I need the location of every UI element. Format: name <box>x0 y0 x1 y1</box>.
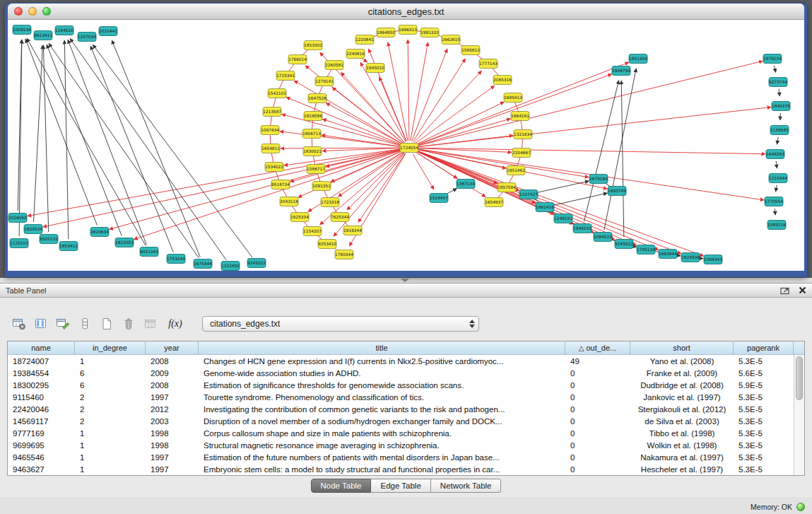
panel-collapse-handle[interactable] <box>401 279 409 282</box>
network-node[interactable]: 1625334 <box>290 213 309 222</box>
network-node[interactable]: 1723318 <box>321 198 339 207</box>
network-node[interactable]: 1534022 <box>265 163 283 172</box>
select-columns-button[interactable] <box>32 315 50 332</box>
network-edge[interactable] <box>604 69 636 230</box>
network-edge[interactable] <box>93 45 252 257</box>
network-node[interactable]: 1122450 <box>221 262 240 271</box>
network-node[interactable]: 1770554 <box>765 197 783 206</box>
column-header-short[interactable]: short <box>630 341 734 354</box>
network-edge[interactable] <box>775 209 775 215</box>
merge-tables-button[interactable] <box>141 315 160 332</box>
table-row[interactable]: 969969511998Structural magnetic resonanc… <box>8 439 804 451</box>
table-scrollbar[interactable] <box>794 355 804 475</box>
network-node[interactable]: 1097434 <box>261 126 279 135</box>
tab-network-table[interactable]: Network Table <box>431 479 502 493</box>
network-edge[interactable] <box>411 42 428 141</box>
network-node[interactable]: 1107427 <box>519 190 538 199</box>
network-view[interactable]: 1724054185330217660141725341154210112135… <box>8 20 804 271</box>
network-node[interactable]: 1220841 <box>355 35 374 45</box>
network-node[interactable]: 1648283 <box>766 150 784 159</box>
network-edge[interactable] <box>416 107 771 147</box>
network-node[interactable]: 9505132 <box>40 235 58 244</box>
network-edge[interactable] <box>416 61 763 146</box>
network-node[interactable]: 1920534 <box>24 225 42 234</box>
network-edge[interactable] <box>112 40 200 257</box>
network-node[interactable]: 2620634 <box>90 228 109 237</box>
network-node[interactable]: 1321634 <box>514 130 532 139</box>
network-node[interactable]: 1851304 <box>629 54 647 64</box>
network-edge[interactable] <box>282 115 403 146</box>
float-panel-button[interactable] <box>780 286 790 295</box>
table-row[interactable]: 946362711997Embryonic stem cells: a mode… <box>8 463 804 475</box>
network-edge[interactable] <box>413 154 434 189</box>
network-node[interactable]: 1662615 <box>442 35 460 45</box>
network-node[interactable]: 9518734 <box>271 180 290 189</box>
network-edge[interactable] <box>326 103 403 145</box>
network-node[interactable]: 1895749 <box>608 187 626 196</box>
network-node[interactable]: 9245022 <box>247 259 266 268</box>
close-window-button[interactable] <box>14 7 23 16</box>
network-node[interactable]: 1861416 <box>536 203 554 212</box>
tab-edge-table[interactable]: Edge Table <box>371 479 430 493</box>
network-node[interactable]: 1084522 <box>594 233 612 242</box>
network-node[interactable]: 1009134 <box>13 25 31 35</box>
network-node[interactable]: 2026050 <box>8 214 27 223</box>
network-node[interactable]: 1924506 <box>681 253 700 262</box>
network-edge[interactable] <box>43 45 48 232</box>
network-node[interactable]: 1906713 <box>302 129 321 139</box>
network-node[interactable]: 2204667 <box>512 148 531 158</box>
network-node[interactable]: 1518457 <box>430 194 448 203</box>
close-panel-button[interactable] <box>799 286 806 294</box>
column-header-pagerank[interactable]: pagerank <box>734 341 794 354</box>
network-node[interactable]: 1159585 <box>770 126 789 135</box>
network-node[interactable]: 1821053 <box>115 238 134 247</box>
network-node[interactable]: 1766014 <box>288 55 307 64</box>
network-node[interactable]: 1279141 <box>315 77 334 86</box>
network-node[interactable]: 1851462 <box>507 166 525 175</box>
network-node[interactable]: 1845378 <box>772 102 790 111</box>
network-node[interactable]: 1154207 <box>303 227 322 236</box>
network-node[interactable]: 1085216 <box>767 221 786 230</box>
network-node[interactable]: 2043118 <box>280 197 298 206</box>
network-node[interactable]: 1725341 <box>276 71 295 81</box>
network-canvas[interactable]: 1724054185330217660141725341154210112135… <box>8 20 804 271</box>
network-node[interactable]: 1679194 <box>589 175 608 184</box>
network-node[interactable]: 1946103 <box>573 224 592 233</box>
network-node[interactable]: 1853302 <box>304 41 322 50</box>
table-row[interactable]: 977716911998Corpus callosum shape and si… <box>8 427 804 439</box>
network-node[interactable]: 1981320 <box>420 28 439 37</box>
table-row[interactable]: 946554611997Estimation of the future num… <box>8 451 804 463</box>
network-edge[interactable] <box>25 39 97 226</box>
network-edge[interactable] <box>70 38 226 259</box>
network-node[interactable]: 1864950 <box>377 28 395 37</box>
network-edge[interactable] <box>774 66 775 73</box>
network-edge[interactable] <box>413 59 465 142</box>
network-edge[interactable] <box>779 89 779 96</box>
network-node[interactable]: 1654811 <box>261 144 280 153</box>
minimize-window-button[interactable] <box>28 7 37 16</box>
table-settings-button[interactable] <box>10 315 28 332</box>
table-row[interactable]: 1938455462009Genome-wide association stu… <box>8 367 804 379</box>
network-edge[interactable] <box>776 185 777 192</box>
network-node[interactable]: 1916344 <box>343 226 362 235</box>
network-node[interactable]: 1542101 <box>268 89 286 98</box>
table-select[interactable]: citations_edges.txt <box>202 316 479 332</box>
network-node[interactable]: 1818586 <box>304 112 322 121</box>
network-node[interactable]: 9273744 <box>769 78 787 87</box>
network-node[interactable]: 1696313 <box>399 25 417 35</box>
network-window-titlebar[interactable]: citations_edges.txt <box>8 4 804 20</box>
network-node[interactable]: 1257034 <box>78 33 96 42</box>
network-edge[interactable] <box>416 151 659 250</box>
column-header-in_degree[interactable]: in_degree <box>75 341 146 354</box>
new-document-button[interactable] <box>98 315 116 332</box>
network-node[interactable]: 1387134 <box>457 180 475 189</box>
network-edge[interactable] <box>552 193 608 206</box>
network-node[interactable]: 1091351 <box>312 182 331 191</box>
network-node[interactable]: 1654937 <box>485 198 503 207</box>
rows-button[interactable] <box>76 315 94 332</box>
network-node[interactable]: 2031441 <box>99 27 117 36</box>
network-node[interactable]: 7625344 <box>331 213 349 222</box>
network-edge[interactable] <box>776 161 777 168</box>
network-node[interactable]: 1945010 <box>366 64 384 73</box>
network-node[interactable]: 1125103 <box>10 239 28 248</box>
